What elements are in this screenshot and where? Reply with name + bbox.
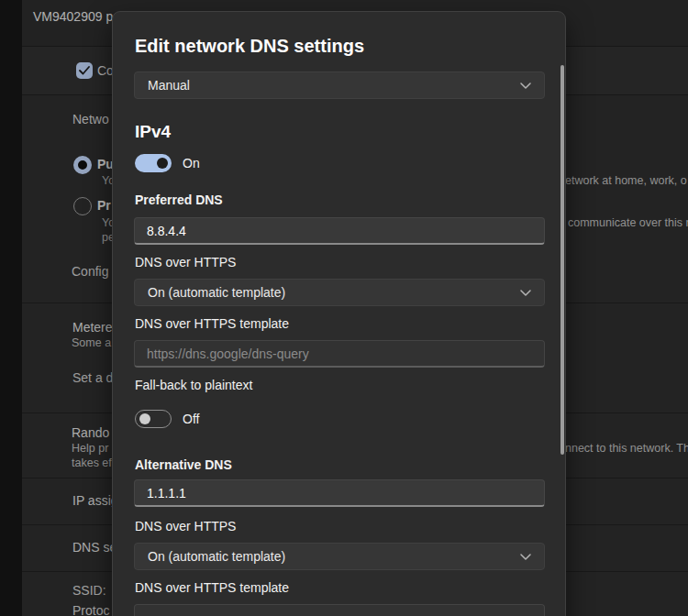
toggle-knob: [139, 413, 150, 424]
chevron-down-icon: [520, 290, 531, 296]
dns-mode-dropdown-value: Manual: [148, 78, 190, 93]
ipv4-heading: IPv4: [135, 122, 171, 142]
toggle-knob: [157, 158, 168, 169]
edit-dns-dialog: Edit network DNS settings Manual IPv4 On…: [112, 11, 566, 616]
dns-mode-dropdown[interactable]: Manual: [134, 72, 545, 99]
fallback-toggle-label: Off: [183, 412, 199, 426]
alt-doh-dropdown-value: On (automatic template): [148, 549, 285, 564]
preferred-dns-label: Preferred DNS: [135, 192, 223, 207]
alt-doh-template-label: DNS over HTTPS template: [135, 580, 289, 595]
doh-dropdown[interactable]: On (automatic template): [134, 279, 545, 306]
alternative-dns-input[interactable]: [134, 479, 545, 507]
chevron-down-icon: [520, 82, 531, 89]
doh-label: DNS over HTTPS: [135, 255, 236, 270]
doh-dropdown-value: On (automatic template): [148, 285, 285, 300]
alternative-dns-label: Alternative DNS: [135, 457, 232, 472]
toggle-on-track: [135, 154, 172, 172]
ipv4-toggle-label: On: [183, 156, 200, 170]
screen: VM9402909 p Co Netwo Pu Yo etwork at hom…: [0, 0, 688, 616]
dialog-scrollbar[interactable]: [560, 65, 564, 455]
doh-template-input[interactable]: [134, 340, 545, 368]
fallback-plaintext-toggle[interactable]: Off: [135, 410, 199, 428]
dialog-title: Edit network DNS settings: [135, 36, 364, 57]
doh-template-label: DNS over HTTPS template: [135, 316, 289, 331]
alt-doh-template-input[interactable]: [134, 604, 545, 616]
alt-doh-label: DNS over HTTPS: [135, 519, 236, 534]
fallback-plaintext-label: Fall-back to plaintext: [135, 378, 252, 392]
preferred-dns-input[interactable]: [134, 217, 545, 245]
ipv4-toggle[interactable]: On: [135, 154, 200, 172]
chevron-down-icon: [520, 554, 531, 560]
alt-doh-dropdown[interactable]: On (automatic template): [134, 543, 545, 570]
toggle-off-track: [135, 410, 172, 428]
